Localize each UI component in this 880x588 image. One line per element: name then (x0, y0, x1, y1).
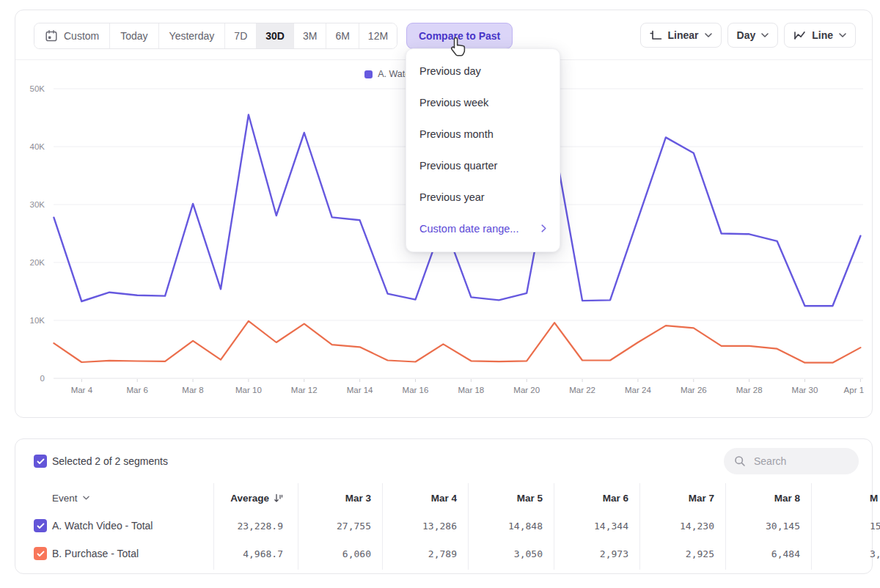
column-header-label: Mar 6 (603, 493, 628, 504)
svg-text:Mar 6: Mar 6 (126, 386, 147, 394)
svg-text:Mar 24: Mar 24 (625, 386, 651, 394)
svg-text:Mar 30: Mar 30 (792, 386, 818, 394)
date-range-label: 7D (234, 30, 247, 42)
sort-icon[interactable] (274, 493, 283, 503)
table-cell: 23,228.9 (202, 512, 283, 540)
linear-scale-label: Linear (668, 29, 699, 41)
check-icon (37, 458, 45, 465)
date-range-7d[interactable]: 7D (225, 23, 257, 48)
svg-text:20K: 20K (30, 258, 45, 267)
table-cell: 6,484 (719, 540, 800, 567)
search-icon (734, 455, 746, 467)
date-range-label: 6M (335, 30, 349, 42)
date-range-label: Yesterday (169, 30, 215, 42)
menu-item-previous-month[interactable]: Previous month (406, 118, 560, 150)
date-range-label: Custom (64, 30, 99, 42)
table-cell: 14,848 (462, 512, 543, 540)
check-icon (37, 523, 45, 529)
check-icon (37, 551, 45, 557)
column-divider (811, 483, 812, 570)
svg-text:Mar 10: Mar 10 (235, 386, 262, 394)
date-range-label: 3M (303, 30, 317, 42)
chevron-down-icon (83, 496, 89, 500)
svg-text:50K: 50K (30, 84, 45, 93)
date-range-label: 12M (368, 30, 388, 42)
table-cell: 14,230 (634, 512, 714, 540)
column-header-mar-8[interactable]: Mar 8 (719, 485, 800, 511)
table-cell: 3, (870, 540, 880, 567)
column-header-label: Mar 5 (517, 493, 543, 504)
date-range-label: 30D (265, 30, 285, 42)
svg-text:0: 0 (40, 374, 45, 383)
column-header-label: Mar 8 (774, 493, 800, 504)
svg-text:Mar 26: Mar 26 (681, 386, 707, 394)
custom-date-range-label: Custom date range... (419, 223, 518, 235)
row-checkbox[interactable] (34, 519, 47, 532)
menu-item-previous-year[interactable]: Previous year (406, 181, 560, 213)
search-box[interactable] (724, 448, 859, 474)
table-cell: 27,755 (290, 512, 371, 540)
chevron-right-icon (541, 224, 546, 232)
event-header-label: Event (52, 493, 78, 504)
svg-text:Mar 28: Mar 28 (736, 386, 763, 394)
table-cell: 6,060 (290, 540, 371, 567)
date-range-30d[interactable]: 30D (257, 23, 294, 48)
column-header-mar-5[interactable]: Mar 5 (462, 485, 543, 511)
chevron-down-icon (705, 33, 712, 37)
linear-scale-button[interactable]: Linear (640, 23, 722, 48)
search-input[interactable] (752, 455, 843, 468)
chevron-down-icon (761, 33, 769, 37)
menu-item-previous-quarter[interactable]: Previous quarter (406, 150, 560, 181)
column-header-mar-6[interactable]: Mar 6 (548, 485, 628, 511)
table-cell: 30,145 (719, 512, 800, 540)
date-range-custom[interactable]: Custom (34, 23, 110, 48)
svg-text:Mar 18: Mar 18 (458, 386, 484, 394)
table-cell: 2,789 (376, 540, 457, 567)
date-range-segmented-control: CustomTodayYesterday7D30D3M6M12M (34, 23, 397, 49)
selection-summary: Selected 2 of 2 segments (52, 455, 168, 467)
select-all-checkbox[interactable] (34, 455, 47, 468)
date-range-12m[interactable]: 12M (359, 23, 397, 48)
svg-text:Mar 8: Mar 8 (182, 386, 203, 394)
date-range-3m[interactable]: 3M (294, 23, 326, 48)
menu-item-previous-day[interactable]: Previous day (406, 55, 560, 87)
series-line-purchase[interactable] (54, 321, 860, 363)
chart-type-label: Line (812, 29, 833, 41)
column-header-label: Mar 3 (345, 493, 371, 504)
svg-text:Apr 1: Apr 1 (844, 386, 865, 394)
column-header-m[interactable]: M (870, 485, 878, 511)
svg-text:Mar 14: Mar 14 (347, 386, 373, 394)
line-chart-icon (793, 29, 806, 41)
date-range-yesterday[interactable]: Yesterday (159, 23, 226, 48)
chart-controls-group: Linear Day Line (640, 23, 856, 48)
column-header-mar-3[interactable]: Mar 3 (290, 485, 371, 511)
y-axis-labels: 010K20K30K40K50K (30, 84, 45, 383)
column-header-mar-4[interactable]: Mar 4 (376, 485, 457, 511)
table-cell: 15, (870, 512, 880, 540)
date-range-label: Today (120, 30, 147, 42)
compare-to-past-button[interactable]: Compare to Past (406, 23, 513, 49)
column-header-label: Mar 4 (431, 493, 457, 504)
date-range-6m[interactable]: 6M (326, 23, 359, 48)
svg-text:40K: 40K (30, 142, 45, 151)
legend-swatch (364, 70, 373, 78)
svg-text:Mar 12: Mar 12 (291, 386, 318, 394)
svg-text:Mar 16: Mar 16 (403, 386, 429, 394)
row-checkbox[interactable] (34, 547, 47, 560)
column-header-event[interactable]: Event (52, 485, 89, 511)
menu-item-previous-week[interactable]: Previous week (406, 87, 560, 118)
segment-row-label: B. Purchase - Total (52, 540, 139, 567)
date-range-today[interactable]: Today (110, 23, 158, 48)
column-header-average[interactable]: Average (202, 485, 283, 511)
granularity-button[interactable]: Day (727, 23, 779, 48)
chart-type-button[interactable]: Line (784, 23, 856, 48)
table-cell: 2,925 (634, 540, 714, 567)
segments-table-card: Selected 2 of 2 segments EventAverageMar… (15, 438, 873, 574)
svg-text:Mar 20: Mar 20 (513, 386, 540, 394)
svg-text:30K: 30K (30, 200, 45, 209)
column-header-mar-7[interactable]: Mar 7 (634, 485, 714, 511)
analytics-dashboard: { "toolbar": { "date_ranges": ["Custom",… (0, 0, 880, 588)
table-cell: 13,286 (376, 512, 457, 540)
column-header-label: Average (230, 493, 269, 504)
menu-item-custom-date-range[interactable]: Custom date range... (406, 213, 560, 244)
